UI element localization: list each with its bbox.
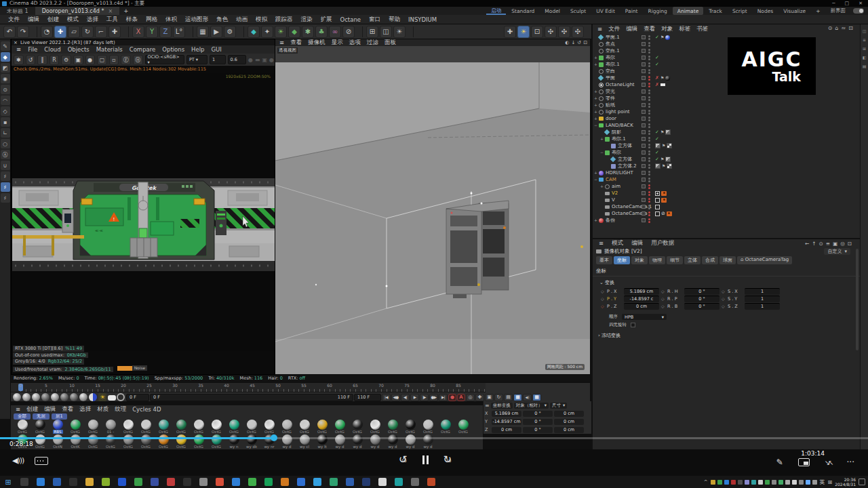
render-dot[interactable]: [648, 79, 650, 81]
object-row-22[interactable]: +aim: [593, 183, 861, 190]
expander-icon[interactable]: +: [599, 184, 604, 188]
render-dot[interactable]: [648, 92, 650, 94]
material-item-1-18[interactable]: OctG: [331, 420, 349, 434]
taskbar-app-5[interactable]: [102, 478, 110, 486]
material-item-1-20[interactable]: OctG: [366, 420, 384, 434]
visibility-dots[interactable]: [648, 218, 650, 223]
main-menu-14[interactable]: 渲染: [297, 16, 317, 24]
expander-icon[interactable]: +: [593, 170, 598, 175]
enable-checkbox[interactable]: [642, 191, 646, 195]
taskbar-app-15[interactable]: [264, 478, 273, 486]
frame-range-slider[interactable]: 0 F110 F: [150, 394, 353, 401]
volume-icon[interactable]: ◀))): [12, 456, 24, 465]
visibility-dots[interactable]: [648, 69, 650, 74]
object-row-11[interactable]: +light point: [593, 108, 861, 115]
coord-space-dropdown[interactable]: 对象（相对）▾: [514, 403, 549, 409]
render-dot[interactable]: [648, 167, 650, 169]
main-menu-6[interactable]: 样条: [122, 16, 142, 24]
display-tag[interactable]: [655, 191, 660, 196]
main-menu-7[interactable]: 网格: [142, 16, 161, 24]
expander-icon[interactable]: +: [593, 102, 598, 107]
key-diamond-icon[interactable]: ◇: [722, 296, 726, 301]
render-picture-viewer-icon[interactable]: ▶: [210, 26, 222, 38]
main-menu-9[interactable]: 运动图形: [181, 16, 212, 24]
texture-tag[interactable]: [655, 143, 660, 148]
object-label[interactable]: 焦点: [606, 41, 615, 47]
visibility-dots[interactable]: [648, 56, 650, 60]
protection-tag[interactable]: [655, 198, 660, 203]
viewport-dot[interactable]: [648, 205, 650, 207]
restart-render-icon[interactable]: ↺: [26, 55, 36, 65]
material-item-1-7[interactable]: OctG: [137, 420, 155, 434]
object-row-21[interactable]: −CAM: [593, 176, 861, 183]
snap-setting-icon[interactable]: ✣: [545, 26, 557, 38]
record-button[interactable]: ●: [448, 394, 456, 401]
main-menu-8[interactable]: 体积: [161, 16, 181, 24]
am-burger-icon[interactable]: ≡: [595, 240, 608, 247]
position-field[interactable]: 0 cm: [492, 427, 521, 433]
enable-checkbox[interactable]: [642, 42, 646, 46]
value-field[interactable]: 0 °: [684, 303, 719, 310]
coord-burger-icon[interactable]: ≡: [485, 403, 490, 409]
key-diamond-icon[interactable]: ◇: [661, 296, 665, 301]
shading-sphere-icon-0[interactable]: [13, 393, 21, 401]
lv-menu-6[interactable]: Help: [189, 46, 207, 53]
coord-mode-button[interactable]: 坐标变换: [491, 403, 513, 409]
visibility-dots[interactable]: [648, 117, 650, 121]
mm-burger-icon[interactable]: ≡: [13, 406, 23, 413]
value-field[interactable]: 0 °: [684, 288, 719, 295]
lv-menu-3[interactable]: Materials: [94, 46, 125, 53]
render-dot[interactable]: [648, 45, 650, 47]
render-dot[interactable]: [648, 126, 650, 128]
undo-icon[interactable]: ↶: [3, 26, 16, 38]
render-dot[interactable]: [648, 140, 650, 142]
taskbar-app-11[interactable]: [199, 478, 208, 486]
visibility-dots[interactable]: [648, 103, 650, 108]
lock-icon[interactable]: ▣: [833, 241, 837, 247]
search-icon[interactable]: ⊙: [818, 241, 823, 247]
object-row-13[interactable]: −LAND/BACK: [593, 122, 861, 129]
viewport-dot[interactable]: [648, 150, 650, 152]
octane-sun-icon[interactable]: ☀: [275, 26, 287, 38]
visibility-dots[interactable]: [648, 171, 650, 176]
object-label[interactable]: door: [606, 115, 616, 122]
object-label[interactable]: OctaneLight: [606, 81, 635, 88]
texture-tag[interactable]: [665, 129, 671, 135]
render-off-tag[interactable]: ✗: [655, 81, 659, 88]
main-menu-1[interactable]: 编辑: [24, 16, 43, 24]
lv-menu-0[interactable]: File: [25, 46, 40, 53]
enable-checkbox[interactable]: [642, 164, 646, 168]
om-menu-0[interactable]: 文件: [606, 25, 623, 33]
mm-menu-6[interactable]: Cycles 4D: [130, 406, 163, 413]
edge-palette-icon-4[interactable]: ▤: [863, 64, 867, 68]
enable-checkbox[interactable]: [642, 49, 646, 53]
timeline-sound-icon[interactable]: ◀): [523, 394, 532, 401]
object-label[interactable]: 阴影: [612, 129, 621, 136]
tray-icon-11[interactable]: [785, 480, 790, 485]
normal-move-icon[interactable]: ○: [1, 139, 10, 148]
viewport-dot[interactable]: [648, 117, 650, 119]
render-dot[interactable]: [648, 133, 650, 135]
viewport-dot[interactable]: [648, 164, 650, 166]
main-menu-4[interactable]: 选择: [83, 16, 102, 24]
visibility-dots[interactable]: [648, 62, 650, 67]
quaternion-checkbox[interactable]: [631, 323, 635, 327]
enable-checkbox[interactable]: [642, 83, 646, 87]
object-row-0[interactable]: 平面.1✓⚑: [593, 34, 861, 41]
ime-indicator[interactable]: 英: [820, 479, 825, 486]
forward-30-button[interactable]: ↻30: [443, 453, 452, 466]
enable-checkbox[interactable]: [642, 62, 646, 66]
coord-system-icon[interactable]: L°: [173, 26, 185, 38]
tray-icon-15[interactable]: [812, 480, 817, 485]
tray-icon-2[interactable]: [724, 480, 729, 485]
object-row-3[interactable]: +布尔✓: [593, 54, 861, 61]
viewport-dot[interactable]: [648, 191, 650, 193]
expander-icon[interactable]: −: [599, 150, 604, 155]
expander-icon[interactable]: +: [593, 96, 598, 100]
light-tag[interactable]: [660, 83, 665, 86]
material-item-1-14[interactable]: OctG: [260, 420, 278, 434]
layout-tab-sculpt[interactable]: Sculpt: [566, 7, 591, 15]
taskbar-app-20[interactable]: [346, 478, 354, 486]
notification-icon[interactable]: [859, 479, 865, 485]
layout-tab-rigging[interactable]: Rigging: [643, 7, 671, 15]
